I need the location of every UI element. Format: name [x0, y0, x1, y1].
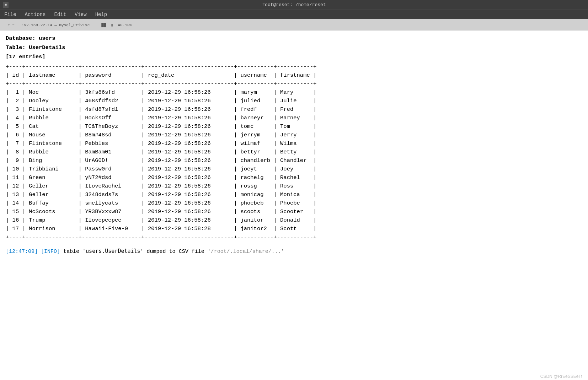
info-tag2: [INFO]	[41, 249, 60, 255]
info-text: table 'users.UserDetails' dumped to CSV …	[63, 249, 284, 255]
db-info-line2: Table: UserDetails	[6, 43, 582, 52]
menu-item-actions[interactable]: Actions	[23, 11, 47, 18]
menu-item-edit[interactable]: Edit	[53, 11, 68, 18]
table-row: | 1 | Moe | 3kfs86sfd | 2019-12-29 16:58…	[6, 88, 582, 97]
db-info-line1: Database: users	[6, 34, 582, 43]
menu-item-file[interactable]: File	[3, 11, 18, 18]
table-row: | 6 | Mouse | B8m#48sd | 2019-12-29 16:5…	[6, 131, 582, 139]
table-header: | id | lastname | password | reg_date | …	[6, 71, 582, 80]
toolbar-content: ⬅ ➡ 192.168.22.14 — mysql_PrivEsc ██ ▮ ●…	[3, 23, 132, 27]
info-time: [12:47:09]	[6, 249, 38, 255]
toolbar: ⬅ ➡ 192.168.22.14 — mysql_PrivEsc ██ ▮ ●…	[0, 19, 588, 31]
table-row: | 10 | Tribbiani | Passw0rd | 2019-12-29…	[6, 165, 582, 173]
window-icon: ■	[3, 2, 9, 8]
table-row: | 14 | Buffay | smellycats | 2019-12-29 …	[6, 199, 582, 207]
table-row: | 16 | Trump | Ilovepeepee | 2019-12-29 …	[6, 216, 582, 224]
table-row: | 5 | Cat | TC&TheBoyz | 2019-12-29 16:5…	[6, 122, 582, 131]
db-info-line3: [17 entries]	[6, 53, 582, 61]
table-row: | 8 | Rubble | BamBam01 | 2019-12-29 16:…	[6, 148, 582, 156]
menu-item-view[interactable]: View	[73, 11, 88, 18]
table-row: | 3 | Flintstone | 4sfd87sfd1 | 2019-12-…	[6, 105, 582, 114]
table-sep-top: +----+----------------+-----------------…	[6, 63, 582, 71]
table-rows-container: | 1 | Moe | 3kfs86sfd | 2019-12-29 16:58…	[6, 88, 582, 233]
info-log-line: [12:47:09] [INFO] table 'users.UserDetai…	[6, 247, 582, 256]
table-row: | 7 | Flintstone | Pebbles | 2019-12-29 …	[6, 139, 582, 148]
table-row: | 2 | Dooley | 468sfdfsd2 | 2019-12-29 1…	[6, 97, 582, 105]
table-row: | 4 | Rubble | RocksOff | 2019-12-29 16:…	[6, 114, 582, 122]
table-row: | 12 | Geller | ILoveRachel | 2019-12-29…	[6, 182, 582, 190]
menu-item-help[interactable]: Help	[94, 11, 109, 18]
title-text: root@reset: /home/reset	[262, 2, 326, 7]
terminal: Database: users Table: UserDetails [17 e…	[0, 31, 588, 380]
table-row: | 17 | Morrison | Hawaii-Five-0 | 2019-1…	[6, 224, 582, 233]
menubar: FileActionsEditViewHelp	[0, 10, 588, 19]
table-sep-header: +----+----------------+-----------------…	[6, 80, 582, 88]
table-row: | 9 | Bing | UrAG0D! | 2019-12-29 16:58:…	[6, 156, 582, 165]
watermark: CSDN @RrEeSSEeTt	[540, 373, 582, 380]
table-row: | 13 | Geller | 3248dsds7s | 2019-12-29 …	[6, 190, 582, 199]
table-row: | 11 | Green | yN72#dsd | 2019-12-29 16:…	[6, 173, 582, 182]
titlebar: ■ root@reset: /home/reset	[0, 0, 588, 10]
table-sep-bottom: +----+----------------+-----------------…	[6, 233, 582, 241]
db-table: +----+----------------+-----------------…	[6, 63, 582, 241]
table-row: | 15 | McScoots | YR3BVxxxw87 | 2019-12-…	[6, 207, 582, 216]
